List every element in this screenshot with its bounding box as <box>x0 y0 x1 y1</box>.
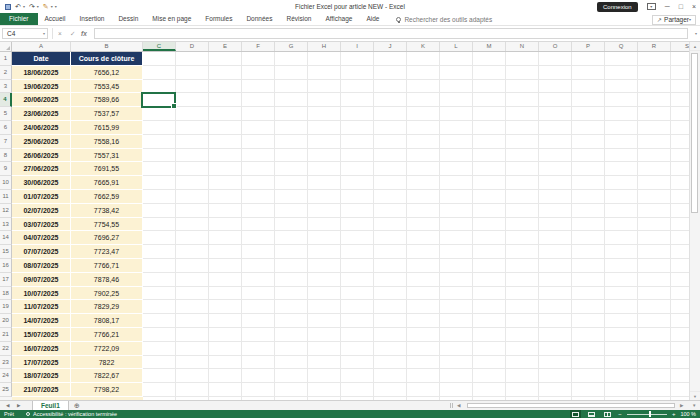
cell-date[interactable]: 19/06/2025 <box>12 80 71 94</box>
scroll-down-icon[interactable]: ▼ <box>690 391 700 400</box>
scroll-left-icon[interactable]: ◀ <box>457 401 460 410</box>
cell-date[interactable]: 24/06/2025 <box>12 121 71 135</box>
sheet-tab-feuil1[interactable]: Feuil1 <box>32 401 69 410</box>
ink-caret-icon[interactable]: ▾ <box>51 4 53 9</box>
tab-données[interactable]: Données <box>239 13 279 25</box>
row-header-14[interactable]: 14 <box>0 231 12 245</box>
tab-formules[interactable]: Formules <box>198 13 239 25</box>
cell-value[interactable]: 7766,21 <box>71 328 143 342</box>
row-header-3[interactable]: 3 <box>0 80 12 94</box>
row-header-10[interactable]: 10 <box>0 176 12 190</box>
tab-fichier[interactable]: Fichier <box>0 13 38 25</box>
column-header-H[interactable]: H <box>308 42 341 51</box>
connexion-button[interactable]: Connexion <box>597 2 638 12</box>
name-box-caret-icon[interactable]: ▾ <box>43 29 45 39</box>
restore-button[interactable]: □ <box>679 0 683 13</box>
tab-accueil[interactable]: Accueil <box>38 13 73 25</box>
row-header-1[interactable]: 1 <box>0 52 12 66</box>
cell-value[interactable]: 7558,16 <box>71 135 143 149</box>
row-header-19[interactable]: 19 <box>0 300 12 314</box>
row-header-4[interactable]: 4 <box>0 93 12 107</box>
row-header-20[interactable]: 20 <box>0 314 12 328</box>
column-header-N[interactable]: N <box>506 42 539 51</box>
scroll-up-icon[interactable]: ▲ <box>690 42 700 51</box>
view-page-break-button[interactable] <box>602 410 613 418</box>
row-header-21[interactable]: 21 <box>0 328 12 342</box>
row-header-9[interactable]: 9 <box>0 162 12 176</box>
row-header-8[interactable]: 8 <box>0 149 12 163</box>
cell-date[interactable]: 14/07/2025 <box>12 314 71 328</box>
column-header-D[interactable]: D <box>176 42 209 51</box>
column-header-Q[interactable]: Q <box>605 42 638 51</box>
table-header-cours[interactable]: Cours de clôture <box>71 52 143 66</box>
cell-value[interactable]: 7691,55 <box>71 162 143 176</box>
vertical-scrollbar[interactable]: ▲ ▼ <box>689 42 700 400</box>
formula-input[interactable] <box>94 28 688 39</box>
sheet-prev-icon[interactable]: ◀ <box>6 401 9 410</box>
row-header-13[interactable]: 13 <box>0 218 12 232</box>
expand-formula-bar-icon[interactable]: ▾ <box>695 28 697 39</box>
cell-date[interactable]: 30/06/2025 <box>12 176 71 190</box>
row-header-7[interactable]: 7 <box>0 135 12 149</box>
column-header-R[interactable]: R <box>638 42 671 51</box>
redo-caret-icon[interactable]: ▾ <box>37 4 39 9</box>
cell-value[interactable]: 7878,46 <box>71 273 143 287</box>
cell-value[interactable]: 7808,17 <box>71 314 143 328</box>
cell-value[interactable]: 7766,71 <box>71 259 143 273</box>
column-header-K[interactable]: K <box>407 42 440 51</box>
cell-value[interactable]: 7902,25 <box>71 287 143 301</box>
ribbon-display-options-icon[interactable]: ▾ <box>647 3 656 10</box>
select-all-corner[interactable] <box>0 42 12 51</box>
horizontal-scrollbar-thumb[interactable] <box>467 403 675 408</box>
cell-value[interactable]: 7656,12 <box>71 66 143 80</box>
row-header-22[interactable]: 22 <box>0 342 12 356</box>
tab-révision[interactable]: Révision <box>279 13 318 25</box>
undo-caret-icon[interactable]: ▾ <box>23 4 25 9</box>
cell-value[interactable]: 7822 <box>71 356 143 370</box>
cell-value[interactable]: 7662,59 <box>71 190 143 204</box>
cell-value[interactable]: 7822,67 <box>71 369 143 383</box>
sheet-grid[interactable]: DateCours de clôture18/06/20257656,1219/… <box>0 52 700 400</box>
column-header-P[interactable]: P <box>572 42 605 51</box>
cell-value[interactable]: 7829,29 <box>71 300 143 314</box>
row-header-24[interactable]: 24 <box>0 369 12 383</box>
tab-dessin[interactable]: Dessin <box>111 13 145 25</box>
table-header-date[interactable]: Date <box>12 52 71 66</box>
row-header-5[interactable]: 5 <box>0 107 12 121</box>
cell-date[interactable]: 26/06/2025 <box>12 149 71 163</box>
cell-value[interactable]: 7557,31 <box>71 149 143 163</box>
new-sheet-icon[interactable]: ⊕ <box>74 401 80 410</box>
column-header-I[interactable]: I <box>341 42 374 51</box>
name-box[interactable]: C4 ▾ <box>2 28 48 39</box>
zoom-slider-thumb[interactable] <box>649 411 651 417</box>
cell-value[interactable]: 7798,22 <box>71 383 143 397</box>
cell-date[interactable]: 21/07/2025 <box>12 383 71 397</box>
cell-value[interactable]: 7553,45 <box>71 80 143 94</box>
row-header-12[interactable]: 12 <box>0 204 12 218</box>
column-header-G[interactable]: G <box>275 42 308 51</box>
cell-date[interactable]: 08/07/2025 <box>12 259 71 273</box>
cell-value[interactable]: 7537,57 <box>71 107 143 121</box>
row-header-17[interactable]: 17 <box>0 273 12 287</box>
cell-date[interactable]: 10/07/2025 <box>12 287 71 301</box>
sheet-next-icon[interactable]: ▶ <box>17 401 20 410</box>
tab-mise-en-page[interactable]: Mise en page <box>145 13 198 25</box>
redo-icon[interactable]: ↷ <box>29 0 35 13</box>
zoom-out-button[interactable]: − <box>618 410 622 418</box>
cell-value[interactable]: 7722,09 <box>71 342 143 356</box>
zoom-in-button[interactable]: + <box>672 410 676 418</box>
column-header-S[interactable]: S <box>671 42 689 51</box>
tab-aide[interactable]: Aide <box>359 13 386 25</box>
row-header-18[interactable]: 18 <box>0 287 12 301</box>
cell-date[interactable]: 03/07/2025 <box>12 218 71 232</box>
zoom-level[interactable]: 100 % <box>680 410 696 418</box>
tab-insertion[interactable]: Insertion <box>72 13 111 25</box>
tell-me-search[interactable]: Rechercher des outils adaptés <box>396 13 492 25</box>
scrollbar-down-icon[interactable]: ▼ <box>692 401 696 410</box>
minimize-button[interactable]: ─ <box>665 0 670 13</box>
column-header-F[interactable]: F <box>242 42 275 51</box>
cell-value[interactable]: 7723,47 <box>71 245 143 259</box>
undo-icon[interactable]: ↶ <box>15 0 21 13</box>
zoom-slider[interactable] <box>627 414 667 415</box>
cell-date[interactable]: 18/06/2025 <box>12 66 71 80</box>
